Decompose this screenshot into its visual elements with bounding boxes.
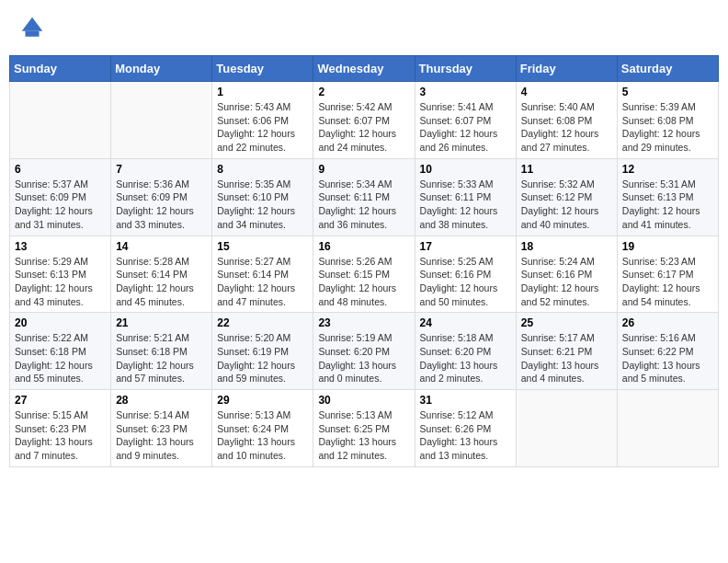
day-info: Sunrise: 5:34 AMSunset: 6:11 PMDaylight:…	[318, 178, 409, 232]
day-number: 10	[420, 163, 511, 176]
calendar-day-cell: 2Sunrise: 5:42 AMSunset: 6:07 PMDaylight…	[313, 82, 415, 159]
day-number: 7	[116, 163, 207, 176]
day-info: Sunrise: 5:14 AMSunset: 6:23 PMDaylight:…	[116, 408, 207, 463]
calendar-day-cell: 12Sunrise: 5:31 AMSunset: 6:13 PMDayligh…	[617, 158, 718, 236]
day-number: 12	[622, 163, 713, 176]
day-number: 17	[420, 240, 511, 253]
day-number: 1	[217, 86, 308, 98]
calendar-header-row: SundayMondayTuesdayWednesdayThursdayFrid…	[10, 56, 719, 82]
calendar-day-cell: 7Sunrise: 5:36 AMSunset: 6:09 PMDaylight…	[111, 158, 212, 236]
day-info: Sunrise: 5:17 AMSunset: 6:21 PMDaylight:…	[521, 331, 612, 385]
calendar-day-cell: 5Sunrise: 5:39 AMSunset: 6:08 PMDaylight…	[617, 82, 718, 159]
day-number: 9	[318, 163, 409, 176]
calendar-day-cell: 11Sunrise: 5:32 AMSunset: 6:12 PMDayligh…	[516, 158, 617, 236]
calendar-day-cell	[617, 390, 718, 467]
day-info: Sunrise: 5:35 AMSunset: 6:10 PMDaylight:…	[217, 178, 308, 232]
day-info: Sunrise: 5:25 AMSunset: 6:16 PMDaylight:…	[420, 255, 511, 309]
day-header-saturday: Saturday	[617, 56, 718, 82]
day-number: 18	[521, 240, 612, 253]
day-number: 25	[521, 316, 612, 329]
day-number: 28	[116, 394, 207, 407]
day-number: 15	[217, 240, 308, 253]
calendar-week-1: 1Sunrise: 5:43 AMSunset: 6:06 PMDaylight…	[10, 82, 719, 159]
day-info: Sunrise: 5:41 AMSunset: 6:07 PMDaylight:…	[420, 100, 511, 155]
day-info: Sunrise: 5:37 AMSunset: 6:09 PMDaylight:…	[15, 178, 106, 232]
calendar-day-cell	[10, 82, 111, 159]
day-number: 29	[217, 394, 308, 407]
day-info: Sunrise: 5:29 AMSunset: 6:13 PMDaylight:…	[15, 255, 106, 309]
svg-marker-0	[22, 17, 43, 31]
day-number: 11	[521, 163, 612, 176]
calendar-day-cell: 31Sunrise: 5:12 AMSunset: 6:26 PMDayligh…	[415, 390, 516, 467]
calendar-day-cell: 6Sunrise: 5:37 AMSunset: 6:09 PMDaylight…	[10, 158, 111, 236]
day-info: Sunrise: 5:28 AMSunset: 6:14 PMDaylight:…	[116, 255, 207, 309]
day-number: 23	[318, 316, 409, 329]
day-number: 24	[420, 316, 511, 329]
calendar-day-cell: 18Sunrise: 5:24 AMSunset: 6:16 PMDayligh…	[516, 236, 617, 313]
day-number: 5	[622, 86, 713, 98]
calendar-day-cell: 4Sunrise: 5:40 AMSunset: 6:08 PMDaylight…	[516, 82, 617, 159]
day-info: Sunrise: 5:39 AMSunset: 6:08 PMDaylight:…	[622, 100, 713, 155]
day-number: 20	[15, 316, 106, 329]
calendar-day-cell: 3Sunrise: 5:41 AMSunset: 6:07 PMDaylight…	[415, 82, 516, 159]
day-header-friday: Friday	[516, 56, 617, 82]
day-number: 2	[318, 86, 409, 98]
calendar-day-cell: 22Sunrise: 5:20 AMSunset: 6:19 PMDayligh…	[212, 313, 313, 390]
day-header-monday: Monday	[111, 56, 212, 82]
day-info: Sunrise: 5:31 AMSunset: 6:13 PMDaylight:…	[622, 178, 713, 232]
calendar-week-2: 6Sunrise: 5:37 AMSunset: 6:09 PMDaylight…	[10, 158, 719, 236]
calendar-day-cell: 30Sunrise: 5:13 AMSunset: 6:25 PMDayligh…	[313, 390, 415, 467]
calendar-day-cell: 17Sunrise: 5:25 AMSunset: 6:16 PMDayligh…	[415, 236, 516, 313]
day-number: 31	[420, 394, 511, 407]
calendar-day-cell: 8Sunrise: 5:35 AMSunset: 6:10 PMDaylight…	[212, 158, 313, 236]
calendar-day-cell: 10Sunrise: 5:33 AMSunset: 6:11 PMDayligh…	[415, 158, 516, 236]
day-header-wednesday: Wednesday	[313, 56, 415, 82]
day-info: Sunrise: 5:13 AMSunset: 6:25 PMDaylight:…	[318, 408, 409, 463]
day-header-sunday: Sunday	[10, 56, 111, 82]
day-info: Sunrise: 5:12 AMSunset: 6:26 PMDaylight:…	[420, 408, 511, 463]
calendar-day-cell	[516, 390, 617, 467]
calendar-day-cell	[111, 82, 212, 159]
logo	[18, 14, 51, 41]
day-number: 16	[318, 240, 409, 253]
day-info: Sunrise: 5:15 AMSunset: 6:23 PMDaylight:…	[15, 408, 106, 463]
day-info: Sunrise: 5:40 AMSunset: 6:08 PMDaylight:…	[521, 100, 612, 155]
day-info: Sunrise: 5:21 AMSunset: 6:18 PMDaylight:…	[116, 331, 207, 385]
calendar-table: SundayMondayTuesdayWednesdayThursdayFrid…	[9, 55, 719, 467]
day-info: Sunrise: 5:27 AMSunset: 6:14 PMDaylight:…	[217, 255, 308, 309]
calendar-week-4: 20Sunrise: 5:22 AMSunset: 6:18 PMDayligh…	[10, 313, 719, 390]
svg-rect-1	[26, 31, 40, 37]
day-header-tuesday: Tuesday	[212, 56, 313, 82]
calendar-week-3: 13Sunrise: 5:29 AMSunset: 6:13 PMDayligh…	[10, 236, 719, 313]
day-info: Sunrise: 5:13 AMSunset: 6:24 PMDaylight:…	[217, 408, 308, 463]
calendar-day-cell: 16Sunrise: 5:26 AMSunset: 6:15 PMDayligh…	[313, 236, 415, 313]
day-info: Sunrise: 5:33 AMSunset: 6:11 PMDaylight:…	[420, 178, 511, 232]
day-info: Sunrise: 5:42 AMSunset: 6:07 PMDaylight:…	[318, 100, 409, 155]
day-number: 26	[622, 316, 713, 329]
day-number: 22	[217, 316, 308, 329]
day-info: Sunrise: 5:22 AMSunset: 6:18 PMDaylight:…	[15, 331, 106, 385]
day-number: 14	[116, 240, 207, 253]
day-number: 4	[521, 86, 612, 98]
calendar-day-cell: 27Sunrise: 5:15 AMSunset: 6:23 PMDayligh…	[10, 390, 111, 467]
day-number: 6	[15, 163, 106, 176]
calendar-day-cell: 19Sunrise: 5:23 AMSunset: 6:17 PMDayligh…	[617, 236, 718, 313]
calendar-day-cell: 29Sunrise: 5:13 AMSunset: 6:24 PMDayligh…	[212, 390, 313, 467]
day-number: 8	[217, 163, 308, 176]
day-info: Sunrise: 5:16 AMSunset: 6:22 PMDaylight:…	[622, 331, 713, 385]
calendar-day-cell: 25Sunrise: 5:17 AMSunset: 6:21 PMDayligh…	[516, 313, 617, 390]
day-number: 21	[116, 316, 207, 329]
day-info: Sunrise: 5:36 AMSunset: 6:09 PMDaylight:…	[116, 178, 207, 232]
calendar-day-cell: 9Sunrise: 5:34 AMSunset: 6:11 PMDaylight…	[313, 158, 415, 236]
calendar-day-cell: 23Sunrise: 5:19 AMSunset: 6:20 PMDayligh…	[313, 313, 415, 390]
day-info: Sunrise: 5:23 AMSunset: 6:17 PMDaylight:…	[622, 255, 713, 309]
day-number: 27	[15, 394, 106, 407]
day-number: 30	[318, 394, 409, 407]
calendar-day-cell: 20Sunrise: 5:22 AMSunset: 6:18 PMDayligh…	[10, 313, 111, 390]
day-info: Sunrise: 5:18 AMSunset: 6:20 PMDaylight:…	[420, 331, 511, 385]
calendar-day-cell: 26Sunrise: 5:16 AMSunset: 6:22 PMDayligh…	[617, 313, 718, 390]
day-info: Sunrise: 5:20 AMSunset: 6:19 PMDaylight:…	[217, 331, 308, 385]
calendar-day-cell: 24Sunrise: 5:18 AMSunset: 6:20 PMDayligh…	[415, 313, 516, 390]
calendar-day-cell: 14Sunrise: 5:28 AMSunset: 6:14 PMDayligh…	[111, 236, 212, 313]
day-info: Sunrise: 5:26 AMSunset: 6:15 PMDaylight:…	[318, 255, 409, 309]
